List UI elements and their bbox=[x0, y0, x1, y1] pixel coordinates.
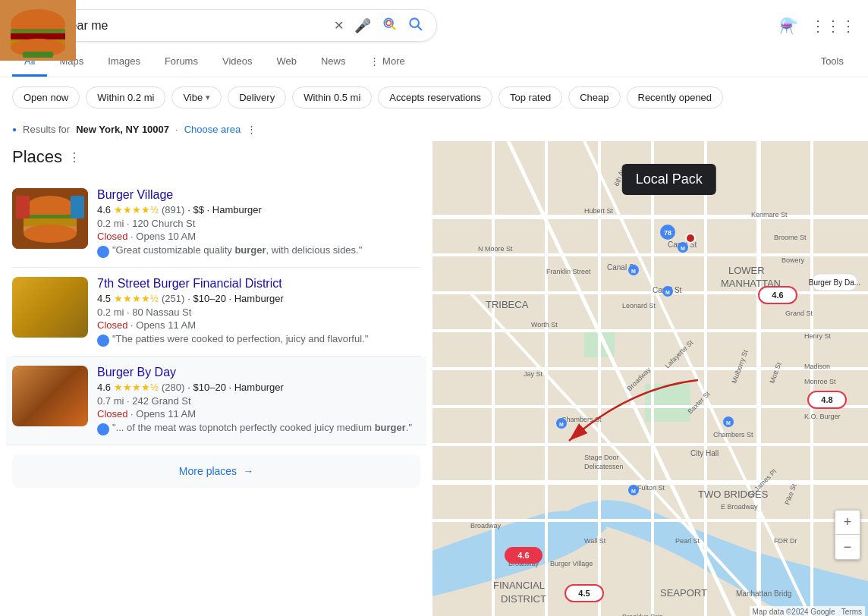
chip-vibe[interactable]: Vibe ▾ bbox=[171, 86, 222, 108]
apps-icon[interactable]: ⋮⋮⋮ bbox=[810, 17, 856, 35]
chip-within-02[interactable]: Within 0.2 mi bbox=[86, 86, 165, 108]
filter-chips: Open now Within 0.2 mi Vibe ▾ Delivery W… bbox=[0, 77, 868, 118]
rating-count: (891) bbox=[162, 204, 184, 215]
svg-rect-12 bbox=[16, 196, 30, 218]
map-zoom-controls: + − bbox=[835, 510, 860, 560]
place-card-burger-village[interactable]: Burger Village 4.6 ★★★★½ (891) · $$ · Ha… bbox=[12, 179, 420, 268]
price-range: · $10–20 · Hamburger bbox=[187, 293, 283, 304]
search-bar-area: ✕ 🎤 ⚗️ ⋮⋮⋮ bbox=[0, 0, 868, 42]
zoom-in-button[interactable]: + bbox=[835, 511, 860, 535]
place-status: Closed · Opens 11 AM bbox=[97, 408, 420, 420]
svg-text:Bowery: Bowery bbox=[782, 256, 805, 264]
tab-forums[interactable]: Forums bbox=[153, 48, 210, 77]
place-image-burger-by-day bbox=[12, 366, 88, 426]
review-text: "Great customizable quality burger, with… bbox=[112, 244, 362, 256]
mic-button[interactable]: 🎤 bbox=[353, 17, 373, 34]
place-card-burger-by-day[interactable]: Burger By Day 4.6 ★★★★½ (280) · $10–20 ·… bbox=[6, 357, 426, 445]
map-panel: Hubert St N Moore St Franklin Street Wor… bbox=[432, 141, 868, 616]
chip-recently-opened[interactable]: Recently opened bbox=[627, 86, 724, 108]
svg-text:Broome St: Broome St bbox=[774, 234, 807, 241]
place-info-burger-by-day: Burger By Day 4.6 ★★★★½ (280) · $10–20 ·… bbox=[97, 366, 420, 435]
search-button[interactable] bbox=[406, 16, 424, 35]
svg-text:M: M bbox=[665, 290, 670, 295]
location-dot: ● bbox=[12, 125, 17, 134]
chip-delivery[interactable]: Delivery bbox=[228, 86, 286, 108]
place-review: "Great customizable quality burger, with… bbox=[97, 244, 420, 258]
chip-cheap[interactable]: Cheap bbox=[568, 86, 620, 108]
svg-text:78: 78 bbox=[664, 229, 671, 237]
place-name[interactable]: 7th Street Burger Financial District bbox=[97, 277, 420, 291]
svg-text:Madison: Madison bbox=[804, 363, 830, 370]
svg-text:Jay St: Jay St bbox=[524, 370, 543, 378]
chip-label: Open now bbox=[24, 92, 68, 103]
local-pack-label: Local Pack bbox=[636, 171, 703, 187]
rating-count: (280) bbox=[162, 382, 184, 393]
tab-web[interactable]: Web bbox=[264, 48, 309, 77]
review-text: "The patties were cooked to perfection, … bbox=[112, 333, 368, 344]
places-menu-icon[interactable]: ⋮ bbox=[68, 150, 80, 165]
svg-text:Chambers St: Chambers St bbox=[713, 431, 753, 438]
tab-news[interactable]: News bbox=[309, 48, 358, 77]
svg-text:Chambers St: Chambers St bbox=[561, 416, 602, 423]
right-icons: ⚗️ ⋮⋮⋮ bbox=[779, 17, 856, 35]
svg-text:Pearl St: Pearl St bbox=[675, 537, 700, 545]
more-options-icon[interactable]: ⋮ bbox=[247, 124, 256, 135]
place-review: "The patties were cooked to perfection, … bbox=[97, 333, 420, 347]
place-status: Closed · Opens 10 AM bbox=[97, 231, 420, 242]
search-box: ✕ 🎤 bbox=[12, 9, 437, 42]
tab-images[interactable]: Images bbox=[96, 48, 153, 77]
place-address: 0.2 mi · 80 Nassau St bbox=[97, 306, 420, 318]
svg-point-110 bbox=[686, 234, 695, 243]
zoom-out-button[interactable]: − bbox=[835, 535, 860, 559]
svg-text:Kenmare St: Kenmare St bbox=[751, 211, 788, 218]
opens-time: · Opens 11 AM bbox=[131, 408, 196, 420]
chip-label: Delivery bbox=[239, 92, 275, 103]
review-avatar bbox=[97, 335, 109, 347]
svg-text:M: M bbox=[559, 422, 564, 427]
svg-text:K.O. Burger: K.O. Burger bbox=[804, 413, 841, 420]
chip-label: Vibe bbox=[183, 92, 203, 103]
review-text: "... of the meat was topnotch perfectly … bbox=[112, 422, 412, 433]
svg-text:M: M bbox=[726, 420, 731, 426]
map-svg: Hubert St N Moore St Franklin Street Wor… bbox=[432, 141, 868, 616]
clear-button[interactable]: ✕ bbox=[332, 18, 345, 33]
svg-text:E Broadway: E Broadway bbox=[721, 503, 758, 511]
tab-videos[interactable]: Videos bbox=[210, 48, 265, 77]
star-rating: ★★★★½ bbox=[114, 382, 159, 393]
places-header: Places ⋮ bbox=[12, 147, 420, 167]
chip-within-05[interactable]: Within 0.5 mi bbox=[292, 86, 372, 108]
place-status: Closed · Opens 11 AM bbox=[97, 319, 420, 331]
place-name[interactable]: Burger By Day bbox=[97, 366, 420, 379]
chip-label: Within 0.2 mi bbox=[97, 92, 154, 103]
svg-text:LOWER: LOWER bbox=[728, 265, 765, 276]
rating-value: 4.6 bbox=[97, 382, 111, 393]
lab-icon[interactable]: ⚗️ bbox=[779, 17, 798, 35]
svg-text:M: M bbox=[631, 269, 636, 274]
chip-top-rated[interactable]: Top rated bbox=[498, 86, 562, 108]
arrow-right-icon: → bbox=[243, 465, 253, 477]
lens-button[interactable] bbox=[380, 16, 398, 35]
svg-text:M: M bbox=[631, 489, 636, 494]
place-card-7th-street-burger[interactable]: 7th Street Burger Financial District 4.5… bbox=[12, 268, 420, 357]
place-info-burger-village: Burger Village 4.6 ★★★★½ (891) · $$ · Ha… bbox=[97, 188, 420, 258]
price-range: · $$ · Hamburger bbox=[187, 204, 262, 215]
rating-value: 4.5 bbox=[97, 293, 111, 304]
svg-text:4.6: 4.6 bbox=[517, 551, 529, 560]
rating-value: 4.6 bbox=[97, 204, 111, 215]
tab-tools[interactable]: Tools bbox=[809, 48, 856, 77]
svg-text:Monroe St: Monroe St bbox=[804, 378, 836, 385]
chip-accepts-reservations[interactable]: Accepts reservations bbox=[378, 86, 492, 108]
place-rating: 4.5 ★★★★½ (251) · $10–20 · Hamburger bbox=[97, 293, 420, 304]
choose-area-link[interactable]: Choose area bbox=[184, 124, 241, 135]
chip-label: Accepts reservations bbox=[389, 92, 481, 103]
review-avatar bbox=[97, 246, 109, 258]
svg-text:Wall St: Wall St bbox=[584, 537, 606, 545]
tab-more[interactable]: ⋮ More bbox=[357, 48, 417, 77]
map-container[interactable]: Hubert St N Moore St Franklin Street Wor… bbox=[432, 141, 868, 616]
place-address: 0.2 mi · 120 Church St bbox=[97, 218, 420, 229]
place-address: 0.7 mi · 242 Grand St bbox=[97, 395, 420, 407]
more-places-button[interactable]: More places → bbox=[12, 454, 420, 488]
chip-open-now[interactable]: Open now bbox=[12, 86, 80, 108]
price-range: · $10–20 · Hamburger bbox=[187, 382, 283, 393]
place-name[interactable]: Burger Village bbox=[97, 188, 420, 202]
